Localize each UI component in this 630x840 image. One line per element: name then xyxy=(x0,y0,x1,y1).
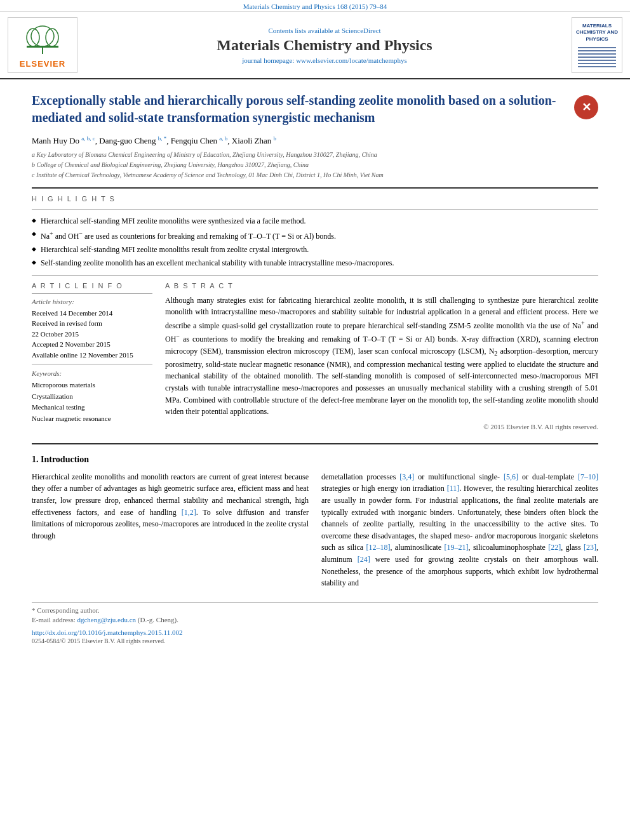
article-content: Exceptionally stable and hierarchically … xyxy=(0,79,630,657)
ref-23: [23] xyxy=(584,543,596,552)
introduction-section: 1. Introduction Hierarchical zeolite mon… xyxy=(32,443,598,589)
journal-bar: Materials Chemistry and Physics 168 (201… xyxy=(0,0,630,12)
copyright-line: © 2015 Elsevier B.V. All rights reserved… xyxy=(165,423,598,430)
ref-5-6: [5,6] xyxy=(504,472,518,481)
corresponding-note: * Corresponding author. xyxy=(32,606,598,614)
elsevier-brand-text: ELSEVIER xyxy=(20,59,65,69)
article-history-title: Article history: xyxy=(32,298,152,305)
article-title: Exceptionally stable and hierarchically … xyxy=(32,92,568,126)
crossmark-badge: ✕ xyxy=(574,95,598,119)
ref-7-10: [7–10] xyxy=(578,472,598,481)
divider-highlights-bottom xyxy=(32,275,598,276)
divider-info-top xyxy=(32,293,152,294)
authors-text: Manh Huy Do a, b, c, Dang-guo Cheng b, *… xyxy=(32,136,276,145)
authors-line: Manh Huy Do a, b, c, Dang-guo Cheng b, *… xyxy=(32,135,598,146)
abstract-text: Although many strategies exist for fabri… xyxy=(165,295,598,418)
homepage-url[interactable]: www.elsevier.com/locate/matchemphys xyxy=(296,57,407,64)
elsevier-logo: ELSEVIER xyxy=(8,17,77,73)
elsevier-logo-image xyxy=(17,22,68,57)
affiliation-c: c Institute of Chemical Technology, Viet… xyxy=(32,170,598,180)
intro-right-col: demetallation processes [3,4] or multifu… xyxy=(321,471,598,589)
journal-logo-text: MATERIALS CHEMISTRY AND PHYSICS xyxy=(575,23,619,43)
issn-line: 0254-0584/© 2015 Elsevier B.V. All right… xyxy=(32,637,598,644)
intro-section-title: 1. Introduction xyxy=(32,455,598,465)
abstract-label: A B S T R A C T xyxy=(165,282,598,290)
divider-highlights-top xyxy=(32,209,598,210)
sciencedirect-line: Contents lists available at ScienceDirec… xyxy=(268,27,380,34)
received-revised-label: Received in revised form xyxy=(32,318,152,329)
highlights-section: H I G H L I G H T S Hierarchical self-st… xyxy=(32,195,598,275)
email-line: E-mail address: dgcheng@zju.edu.cn (D.-g… xyxy=(32,616,598,623)
ref-22: [22] xyxy=(548,543,561,552)
keyword-3: Mechanical testing xyxy=(32,402,152,413)
article-info-label: A R T I C L E I N F O xyxy=(32,282,152,290)
homepage-prefix: journal homepage: xyxy=(242,57,296,64)
received-1: Received 14 December 2014 xyxy=(32,308,152,319)
email-address[interactable]: dgcheng@zju.edu.cn xyxy=(77,616,136,623)
ref-1-2: [1,2] xyxy=(182,508,196,517)
ref-12-18: [12–18] xyxy=(366,543,390,552)
keywords-title: Keywords: xyxy=(32,370,152,377)
affiliation-a: a Key Laboratory of Biomass Chemical Eng… xyxy=(32,150,598,159)
received-revised-date: 22 October 2015 xyxy=(32,329,152,340)
intro-right-para1: demetallation processes [3,4] or multifu… xyxy=(321,471,598,589)
journal-header-center: Contents lists available at ScienceDirec… xyxy=(84,17,565,73)
abstract-column: A B S T R A C T Although many strategies… xyxy=(165,282,598,430)
highlights-label: H I G H L I G H T S xyxy=(32,195,598,203)
accepted-date: Accepted 2 November 2015 xyxy=(32,339,152,350)
divider-info-mid xyxy=(32,364,152,364)
article-info-column: A R T I C L E I N F O Article history: R… xyxy=(32,282,152,430)
doi-link[interactable]: http://dx.doi.org/10.1016/j.matchemphys.… xyxy=(32,629,598,636)
available-online: Available online 12 November 2015 xyxy=(32,350,152,361)
article-footer: * Corresponding author. E-mail address: … xyxy=(32,602,598,644)
keyword-2: Crystallization xyxy=(32,391,152,403)
ref-24: [24] xyxy=(358,555,370,564)
sciencedirect-prefix: Contents lists available at xyxy=(268,27,341,34)
highlight-item-3: Hierarchical self-standing MFI zeolite m… xyxy=(32,244,598,255)
email-note: (D.-g. Cheng). xyxy=(138,616,178,623)
ref-3-4: [3,4] xyxy=(399,472,414,481)
page: Materials Chemistry and Physics 168 (201… xyxy=(0,0,630,657)
article-info-abstract-section: A R T I C L E I N F O Article history: R… xyxy=(32,282,598,430)
journal-logo-right: MATERIALS CHEMISTRY AND PHYSICS xyxy=(572,17,622,73)
affiliation-b: b College of Chemical and Biological Eng… xyxy=(32,160,598,170)
email-label: E-mail address: xyxy=(32,616,76,623)
keywords-section: Keywords: Microporous materials Crystall… xyxy=(32,370,152,424)
ref-19-21: [19–21] xyxy=(445,543,469,552)
sciencedirect-link-text[interactable]: ScienceDirect xyxy=(342,27,381,34)
affiliations: a Key Laboratory of Biomass Chemical Eng… xyxy=(32,150,598,180)
intro-left-para1: Hierarchical zeolite monoliths and monol… xyxy=(32,471,309,542)
highlight-item-1: Hierarchical self-standing MFI zeolite m… xyxy=(32,216,598,227)
journal-logo-graphic xyxy=(578,45,616,67)
ref-11: [11] xyxy=(447,484,460,493)
intro-left-col: Hierarchical zeolite monoliths and monol… xyxy=(32,471,309,589)
journal-homepage-line: journal homepage: www.elsevier.com/locat… xyxy=(242,57,407,64)
article-title-section: Exceptionally stable and hierarchically … xyxy=(32,92,598,126)
keyword-1: Microporous materials xyxy=(32,380,152,391)
keyword-4: Nuclear magnetic resonance xyxy=(32,413,152,425)
journal-header: ELSEVIER Contents lists available at Sci… xyxy=(0,12,630,79)
journal-title: Materials Chemistry and Physics xyxy=(217,37,432,54)
crossmark-icon: ✕ xyxy=(582,100,591,114)
divider-after-affiliations xyxy=(32,187,598,189)
journal-citation: Materials Chemistry and Physics 168 (201… xyxy=(243,3,387,10)
highlight-item-4: Self-standing zeolite monolith has an ex… xyxy=(32,258,598,269)
highlight-item-2: Na+ and OH− are used as counterions for … xyxy=(32,229,598,242)
intro-two-col: Hierarchical zeolite monoliths and monol… xyxy=(32,471,598,589)
